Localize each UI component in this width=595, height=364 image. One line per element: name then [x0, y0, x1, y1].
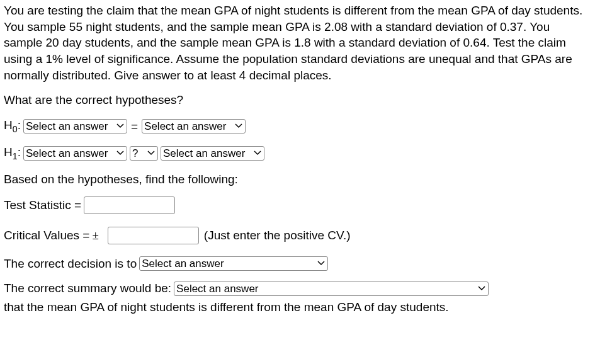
- critical-values-row: Critical Values = ± (Just enter the posi…: [4, 227, 591, 244]
- h1-operator-select[interactable]: ?: [130, 146, 158, 161]
- based-on-label: Based on the hypotheses, find the follow…: [4, 171, 591, 188]
- h0-row: H0: Select an answer = Select an answer: [4, 117, 591, 135]
- hypotheses-question: What are the correct hypotheses?: [4, 92, 591, 108]
- summary-label: The correct summary would be:: [4, 280, 171, 297]
- decision-select[interactable]: Select an answer: [139, 256, 328, 271]
- problem-statement: You are testing the claim that the mean …: [4, 3, 591, 83]
- critical-values-input[interactable]: [108, 227, 199, 244]
- summary-suffix: that the mean GPA of night students is d…: [4, 299, 449, 316]
- h0-operator: =: [131, 118, 138, 135]
- critical-values-suffix: (Just enter the positive CV.): [204, 227, 351, 244]
- critical-values-label: Critical Values =: [4, 227, 89, 244]
- h0-left-select[interactable]: Select an answer: [23, 119, 127, 134]
- h0-right-select[interactable]: Select an answer: [142, 119, 246, 134]
- test-statistic-input[interactable]: [84, 196, 175, 214]
- h1-row: H1: Select an answer ? Select an answer: [4, 144, 591, 162]
- h1-label: H1:: [4, 144, 21, 162]
- decision-row: The correct decision is to Select an ans…: [4, 256, 591, 272]
- decision-label: The correct decision is to: [4, 256, 137, 272]
- summary-select[interactable]: Select an answer: [174, 282, 489, 296]
- plus-minus-symbol: ±: [92, 227, 98, 244]
- summary-row: The correct summary would be: Select an …: [4, 280, 591, 315]
- h0-label: H0:: [4, 117, 21, 135]
- h1-right-select[interactable]: Select an answer: [161, 146, 264, 161]
- test-statistic-label: Test Statistic =: [4, 197, 81, 213]
- h1-left-select[interactable]: Select an answer: [23, 146, 127, 161]
- test-statistic-row: Test Statistic =: [4, 196, 591, 214]
